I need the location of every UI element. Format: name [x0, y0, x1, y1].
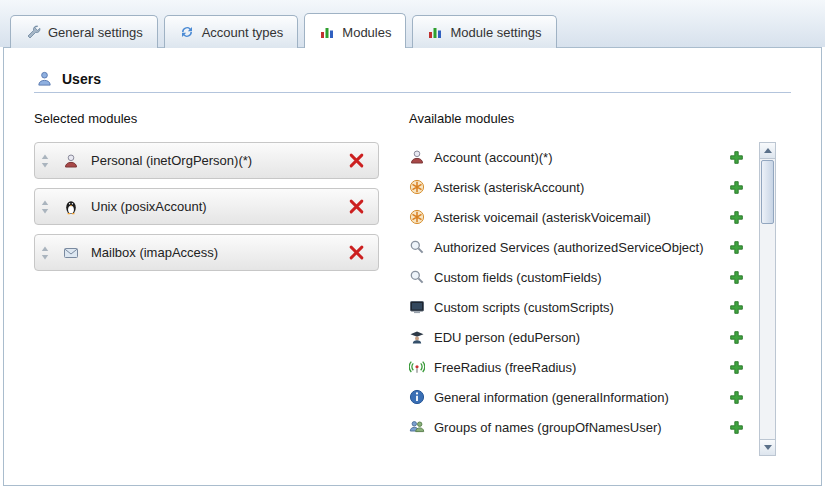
available-modules-column: Available modules Account (account)(*)	[409, 111, 776, 456]
scrollbar-track[interactable]	[760, 225, 775, 439]
remove-module-button[interactable]	[347, 243, 366, 262]
tab-label: Account types	[202, 25, 284, 40]
available-module-label: Custom fields (customFields)	[434, 270, 728, 285]
selected-module-row[interactable]: Personal (inetOrgPerson)(*)	[34, 142, 379, 179]
penguin-icon	[63, 199, 79, 215]
tab-account-types[interactable]: Account types	[164, 15, 299, 48]
scroll-up-button[interactable]	[760, 143, 775, 159]
modules-columns: Selected modules Personal (inetOrgPerson…	[34, 111, 776, 456]
selected-module-row[interactable]: Unix (posixAccount)	[34, 188, 379, 225]
chart-icon	[319, 24, 335, 40]
selected-module-label: Unix (posixAccount)	[91, 199, 207, 214]
person-icon	[409, 149, 425, 165]
scroll-down-button[interactable]	[760, 439, 775, 455]
wrench-icon	[25, 24, 41, 40]
available-modules-scrollbar[interactable]	[759, 142, 776, 456]
drag-handle-icon[interactable]	[41, 246, 49, 260]
tab-module-settings[interactable]: Module settings	[412, 15, 556, 48]
person-icon	[63, 153, 79, 169]
antenna-icon	[409, 359, 425, 375]
selected-module-row[interactable]: Mailbox (imapAccess)	[34, 234, 379, 271]
remove-module-button[interactable]	[347, 197, 366, 216]
drag-handle-icon[interactable]	[41, 154, 49, 168]
add-module-button[interactable]	[728, 179, 745, 196]
selected-module-label: Mailbox (imapAccess)	[91, 245, 218, 260]
magnifier-icon	[409, 269, 425, 285]
available-module-row: Groups of names (groupOfNamesUser)	[409, 412, 759, 442]
section-divider	[34, 92, 791, 93]
terminal-icon	[409, 299, 425, 315]
available-module-label: EDU person (eduPerson)	[434, 330, 728, 345]
tab-label: Modules	[342, 25, 391, 40]
available-module-row: Custom scripts (customScripts)	[409, 292, 759, 322]
available-module-row: Asterisk voicemail (asteriskVoicemail)	[409, 202, 759, 232]
add-module-button[interactable]	[728, 359, 745, 376]
modules-panel: Users Selected modules Personal (inetOrg…	[3, 47, 822, 486]
section-title: Users	[62, 71, 101, 87]
add-module-button[interactable]	[728, 209, 745, 226]
available-modules-list: Account (account)(*) Asterisk (asteriskA…	[409, 142, 759, 456]
available-module-row: Account (account)(*)	[409, 142, 759, 172]
drag-handle-icon[interactable]	[41, 200, 49, 214]
available-module-row: Custom fields (customFields)	[409, 262, 759, 292]
add-module-button[interactable]	[728, 389, 745, 406]
add-module-button[interactable]	[728, 419, 745, 436]
available-module-label: Account (account)(*)	[434, 150, 728, 165]
selected-modules-column: Selected modules Personal (inetOrgPerson…	[34, 111, 379, 456]
asterisk-icon	[409, 179, 425, 195]
selected-modules-heading: Selected modules	[34, 111, 379, 126]
users-section-heading: Users	[36, 70, 791, 87]
chevron-down-icon	[764, 445, 772, 450]
magnifier-icon	[409, 239, 425, 255]
available-module-label: General information (generalInformation)	[434, 390, 728, 405]
tab-label: Module settings	[450, 25, 541, 40]
available-modules-heading: Available modules	[409, 111, 776, 126]
available-module-label: Asterisk (asteriskAccount)	[434, 180, 728, 195]
asterisk-icon	[409, 209, 425, 225]
users-icon	[36, 70, 53, 87]
add-module-button[interactable]	[728, 239, 745, 256]
available-module-label: Groups of names (groupOfNamesUser)	[434, 420, 728, 435]
add-module-button[interactable]	[728, 269, 745, 286]
chevron-up-icon	[764, 148, 772, 153]
tab-label: General settings	[48, 25, 143, 40]
mail-icon	[63, 245, 79, 261]
available-module-row: FreeRadius (freeRadius)	[409, 352, 759, 382]
group-icon	[409, 419, 425, 435]
available-module-label: Asterisk voicemail (asteriskVoicemail)	[434, 210, 728, 225]
add-module-button[interactable]	[728, 299, 745, 316]
available-module-label: Custom scripts (customScripts)	[434, 300, 728, 315]
available-module-label: FreeRadius (freeRadius)	[434, 360, 728, 375]
info-icon	[409, 389, 425, 405]
chart-icon	[427, 24, 443, 40]
available-module-label: Authorized Services (authorizedServiceOb…	[434, 240, 728, 255]
tab-general-settings[interactable]: General settings	[10, 15, 158, 48]
sync-icon	[179, 24, 195, 40]
add-module-button[interactable]	[728, 149, 745, 166]
tab-modules[interactable]: Modules	[304, 13, 406, 48]
add-module-button[interactable]	[728, 329, 745, 346]
scrollbar-thumb[interactable]	[761, 160, 774, 224]
available-module-row: Asterisk (asteriskAccount)	[409, 172, 759, 202]
available-module-row: EDU person (eduPerson)	[409, 322, 759, 352]
tab-bar: General settings Account types Modules M…	[0, 0, 825, 47]
available-module-row: Authorized Services (authorizedServiceOb…	[409, 232, 759, 262]
remove-module-button[interactable]	[347, 151, 366, 170]
available-module-row: General information (generalInformation)	[409, 382, 759, 412]
graduate-icon	[409, 329, 425, 345]
selected-module-label: Personal (inetOrgPerson)(*)	[91, 153, 252, 168]
